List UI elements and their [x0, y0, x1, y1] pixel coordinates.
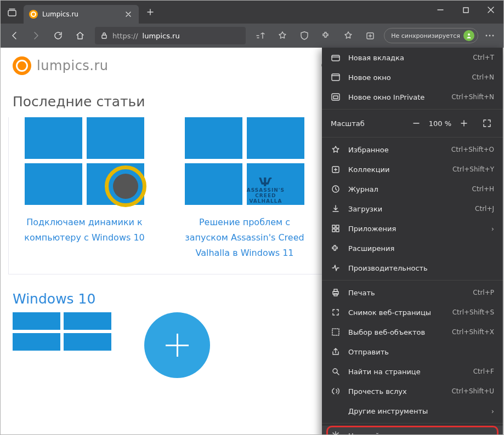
- close-window-button[interactable]: [478, 1, 503, 19]
- window-controls: [428, 1, 503, 19]
- menu-settings[interactable]: Настройки: [322, 426, 503, 435]
- svg-rect-17: [336, 229, 339, 232]
- svg-rect-11: [333, 96, 338, 99]
- svg-rect-9: [332, 74, 339, 81]
- site-logo-icon[interactable]: [13, 56, 31, 75]
- forward-button[interactable]: [26, 25, 47, 46]
- window-icon: [331, 73, 341, 81]
- read-aloud-icon[interactable]: [250, 25, 271, 46]
- sync-label: Не синхронизируется: [391, 32, 460, 39]
- printer-icon: [331, 288, 341, 297]
- app-menu: Новая вкладка Ctrl+T Новое окно Ctrl+N Н…: [322, 48, 503, 435]
- svg-rect-10: [332, 94, 339, 100]
- chevron-right-icon: ›: [491, 407, 494, 415]
- new-tab-button[interactable]: [141, 3, 160, 21]
- svg-rect-0: [8, 10, 16, 16]
- menu-read-aloud[interactable]: Прочесть вслух Ctrl+Shift+U: [322, 381, 503, 401]
- favorites-star-outline-icon[interactable]: [338, 25, 359, 46]
- titlebar: Lumpics.ru: [1, 1, 503, 24]
- inprivate-icon: [331, 93, 341, 101]
- speaker-icon: [93, 153, 148, 208]
- valhalla-badge: Ѱ ASSASSIN'S CREED VALHALLA: [247, 178, 285, 204]
- star-icon: [331, 145, 341, 154]
- menu-new-inprivate[interactable]: Новое окно InPrivate Ctrl+Shift+N: [322, 87, 503, 107]
- svg-point-7: [492, 35, 494, 37]
- svg-rect-15: [336, 225, 339, 228]
- menu-web-select[interactable]: Выбор веб-объектов Ctrl+Shift+X: [322, 322, 503, 342]
- screenshot-icon: [331, 308, 341, 317]
- home-button[interactable]: [70, 25, 90, 46]
- share-icon: [331, 347, 341, 356]
- toolbar: https://lumpics.ru Не синхронизируется: [1, 24, 503, 48]
- menu-separator: [322, 137, 503, 138]
- menu-capture[interactable]: Снимок веб-страницы Ctrl+Shift+S: [322, 302, 503, 322]
- tab-title: Lumpics.ru: [42, 10, 119, 18]
- history-icon: [331, 185, 341, 193]
- pulse-icon: [331, 264, 341, 272]
- svg-rect-8: [332, 55, 339, 61]
- article-card[interactable]: Подключаем динамики к компьютеру с Windo…: [11, 117, 158, 261]
- address-bar[interactable]: https://lumpics.ru: [95, 27, 246, 44]
- favorite-star-icon[interactable]: [272, 25, 293, 46]
- collections-icon: [331, 165, 341, 174]
- menu-apps[interactable]: Приложения ›: [322, 219, 503, 238]
- site-name: lumpics.ru: [37, 58, 109, 73]
- apps-icon: [331, 224, 341, 233]
- new-tab-icon: [331, 54, 341, 61]
- app-menu-button[interactable]: [479, 25, 500, 46]
- url-protocol: https://: [112, 32, 138, 40]
- search-icon: [331, 367, 341, 376]
- zoom-in-button[interactable]: [457, 116, 471, 130]
- svg-point-6: [489, 35, 491, 37]
- menu-favorites[interactable]: Избранное Ctrl+Shift+O: [322, 140, 503, 159]
- maximize-button[interactable]: [453, 1, 478, 19]
- menu-collections[interactable]: Коллекции Ctrl+Shift+Y: [322, 159, 503, 179]
- chevron-right-icon: ›: [491, 225, 494, 233]
- puzzle-icon: [331, 244, 341, 253]
- article-thumb[interactable]: [144, 312, 243, 378]
- refresh-button[interactable]: [48, 25, 69, 46]
- menu-zoom: Масштаб 100 %: [322, 112, 503, 135]
- download-icon: [331, 204, 341, 213]
- svg-rect-14: [332, 225, 335, 228]
- browser-tab[interactable]: Lumpics.ru: [24, 5, 139, 24]
- back-button[interactable]: [4, 25, 25, 46]
- article-title: Решение проблем с запуском Assassin's Cr…: [171, 215, 318, 261]
- article-thumb[interactable]: [13, 312, 111, 378]
- svg-rect-21: [332, 329, 339, 335]
- sync-status-chip[interactable]: Не синхронизируется: [384, 28, 478, 43]
- menu-find[interactable]: Найти на странице Ctrl+F: [322, 362, 503, 381]
- menu-share[interactable]: Отправить: [322, 342, 503, 362]
- menu-new-window[interactable]: Новое окно Ctrl+N: [322, 67, 503, 87]
- shield-icon[interactable]: [294, 25, 315, 46]
- zoom-value: 100 %: [429, 119, 451, 128]
- menu-separator: [322, 280, 503, 281]
- menu-separator: [322, 109, 503, 110]
- menu-extensions[interactable]: Расширения: [322, 238, 503, 258]
- menu-more-tools[interactable]: Другие инструменты ›: [322, 401, 503, 421]
- lock-icon: [100, 32, 108, 39]
- menu-print[interactable]: Печать Ctrl+P: [322, 283, 503, 302]
- menu-new-tab[interactable]: Новая вкладка Ctrl+T: [322, 48, 503, 67]
- svg-rect-19: [334, 289, 337, 291]
- tab-overview-button[interactable]: [1, 1, 24, 24]
- zoom-out-button[interactable]: [409, 116, 423, 130]
- minimize-button[interactable]: [428, 1, 453, 19]
- menu-separator: [322, 423, 503, 423]
- menu-performance[interactable]: Производительность: [322, 258, 503, 278]
- article-card[interactable]: Ѱ ASSASSIN'S CREED VALHALLA Решение проб…: [171, 117, 318, 261]
- svg-point-5: [486, 35, 488, 37]
- collections-icon[interactable]: [360, 25, 381, 46]
- svg-rect-16: [332, 229, 335, 232]
- fullscreen-button[interactable]: [480, 116, 494, 130]
- url-domain: lumpics.ru: [143, 32, 180, 40]
- menu-history[interactable]: Журнал Ctrl+H: [322, 179, 503, 199]
- tab-favicon-icon: [29, 10, 38, 19]
- windows-logo-icon: [25, 117, 144, 205]
- tab-close-button[interactable]: [123, 9, 133, 19]
- svg-rect-20: [334, 294, 337, 296]
- windows-logo-icon: Ѱ ASSASSIN'S CREED VALHALLA: [185, 117, 304, 205]
- extensions-icon[interactable]: [316, 25, 337, 46]
- menu-downloads[interactable]: Загрузки Ctrl+J: [322, 199, 503, 219]
- read-aloud-icon: [331, 387, 341, 396]
